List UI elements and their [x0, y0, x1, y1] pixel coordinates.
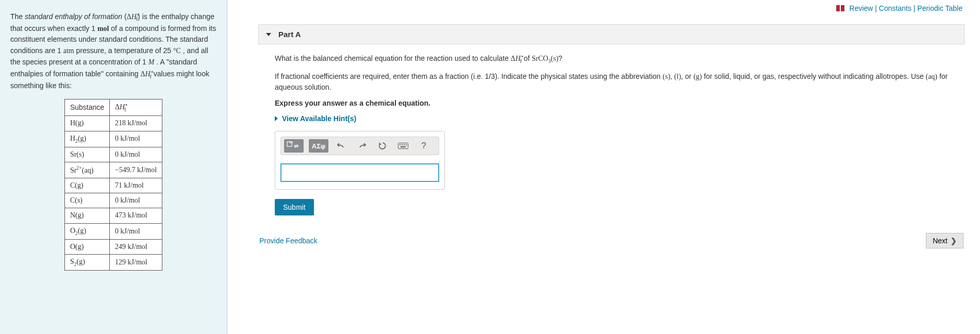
table-row: Sr(s)0 kJ/mol [64, 147, 162, 162]
table-header-substance: Substance [64, 99, 109, 116]
caret-down-icon [266, 33, 271, 36]
view-hints-toggle[interactable]: View Available Hint(s) [275, 114, 958, 123]
template-button[interactable]: ⇌ [284, 139, 304, 153]
periodic-table-link[interactable]: Periodic Table [917, 4, 962, 12]
undo-button[interactable] [334, 139, 349, 153]
answer-input[interactable] [280, 163, 439, 182]
submit-button[interactable]: Submit [275, 199, 314, 215]
enthalpy-table: Substance ΔH∘f H(g)218 kJ/mol H2(g)0 kJ/… [64, 99, 162, 271]
table-row: H(g)218 kJ/mol [64, 116, 162, 131]
view-hints-label: View Available Hint(s) [282, 114, 356, 123]
answer-container: ⇌ ΑΣφ ? [275, 131, 445, 190]
table-row: S2(g)129 kJ/mol [64, 255, 162, 271]
svg-rect-6 [400, 144, 401, 145]
caret-right-icon [275, 116, 278, 121]
table-row: O(g)249 kJ/mol [64, 239, 162, 254]
table-row: N(g)473 kJ/mol [64, 208, 162, 223]
intro-text: The standard enthalpy of formation (ΔH∘f… [10, 10, 217, 92]
next-button[interactable]: Next ❯ [926, 233, 964, 248]
part-a-header[interactable]: Part A [258, 24, 965, 44]
table-row: Sr2+(aq)−549.7 kJ/mol [64, 162, 162, 178]
next-label: Next [933, 237, 948, 245]
provide-feedback-link[interactable]: Provide Feedback [259, 237, 318, 245]
greek-letters-button[interactable]: ΑΣφ [309, 139, 328, 153]
chevron-right-icon: ❯ [951, 237, 957, 245]
flag-icon[interactable] [836, 5, 844, 13]
review-link[interactable]: Review [850, 4, 873, 12]
table-row: C(s)0 kJ/mol [64, 193, 162, 208]
question-prompt: What is the balanced chemical equation f… [275, 53, 958, 65]
part-title: Part A [278, 30, 301, 39]
table-row: C(g)71 kJ/mol [64, 178, 162, 193]
delta-hf-symbol: ΔH∘f [127, 13, 138, 21]
svg-rect-7 [402, 144, 403, 145]
table-header-dhf: ΔH∘f [110, 99, 162, 116]
equation-toolbar: ⇌ ΑΣφ ? [280, 137, 439, 155]
top-links: Review | Constants | Periodic Table [258, 4, 965, 13]
table-row: H2(g)0 kJ/mol [64, 131, 162, 147]
express-instruction: Express your answer as a chemical equati… [275, 99, 958, 107]
help-button[interactable]: ? [416, 139, 431, 153]
svg-rect-5 [398, 143, 408, 149]
question-panel: Review | Constants | Periodic Table Part… [227, 0, 980, 334]
info-panel: The standard enthalpy of formation (ΔH∘f… [0, 0, 227, 334]
table-row: O2(g)0 kJ/mol [64, 223, 162, 239]
reset-button[interactable] [375, 139, 390, 153]
svg-rect-0 [836, 5, 840, 11]
svg-rect-1 [841, 5, 844, 11]
svg-text:⇌: ⇌ [294, 143, 299, 149]
svg-rect-10 [401, 146, 406, 147]
redo-button[interactable] [354, 139, 370, 153]
svg-rect-8 [404, 144, 405, 145]
question-instructions: If fractional coefficients are required,… [275, 71, 958, 93]
keyboard-button[interactable] [395, 139, 411, 153]
svg-rect-9 [406, 144, 407, 145]
constants-link[interactable]: Constants [879, 4, 911, 12]
